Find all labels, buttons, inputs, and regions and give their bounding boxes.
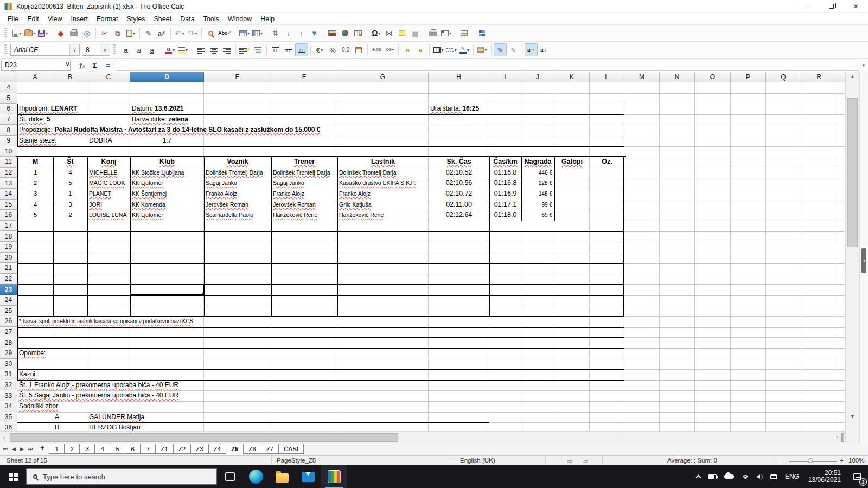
row-header-26[interactable]: 26 [0, 316, 17, 327]
row-header-13[interactable]: 13 [0, 178, 17, 189]
insert-row-icon[interactable]: ▾ [238, 27, 251, 40]
currency-icon[interactable]: €▾ [313, 43, 326, 56]
menu-view[interactable]: View [43, 14, 67, 24]
menu-file[interactable]: File [3, 14, 23, 24]
cell-I15[interactable]: 01:17.1 [489, 200, 521, 210]
restore-button[interactable] [819, 0, 844, 13]
column-header-P[interactable]: P [731, 72, 766, 82]
file-explorer-button[interactable] [269, 465, 295, 488]
pen-icon[interactable]: ✎ [494, 43, 507, 56]
cell-B16[interactable]: 2 [53, 210, 87, 221]
column-header-E[interactable]: E [204, 72, 271, 82]
select-all-corner[interactable] [0, 72, 17, 82]
merge-cells-icon[interactable] [251, 43, 264, 56]
menu-tools[interactable]: Tools [199, 14, 224, 24]
percent-icon[interactable]: % [326, 43, 339, 56]
cell-D11[interactable]: Klub [130, 157, 204, 168]
row-header-20[interactable]: 20 [0, 253, 17, 264]
pen-small-icon[interactable]: ✎ [507, 43, 520, 56]
cut-icon[interactable]: ✂ [98, 27, 111, 40]
insert-column-icon[interactable]: ▾ [251, 27, 264, 40]
column-header-R[interactable]: R [801, 72, 837, 82]
cell-F15[interactable]: Jerovšek Roman [273, 200, 337, 210]
row-header-7[interactable]: 7 [0, 114, 17, 125]
delete-decimal-icon[interactable]: .00− [383, 43, 396, 56]
row-header-24[interactable]: 24 [0, 295, 17, 306]
column-header-N[interactable]: N [660, 72, 695, 82]
cell-H13[interactable]: 02:10.56 [429, 178, 489, 189]
sheet-tab-6[interactable]: 6 [125, 444, 141, 454]
column-header-D[interactable]: D [130, 72, 204, 82]
align-left-icon[interactable] [194, 43, 207, 56]
font-color-icon[interactable]: a▾ [163, 43, 176, 56]
border-color-icon[interactable]: ✎▾ [458, 43, 471, 56]
previous-sheet-icon[interactable]: ◀ [10, 446, 18, 452]
cell-D12[interactable]: KK Stožice Ljubljana [132, 168, 203, 178]
trio-office-button[interactable] [321, 465, 347, 488]
start-button[interactable] [0, 465, 26, 488]
cell-B12[interactable]: 4 [53, 168, 87, 178]
cell-D7[interactable]: Barva dirke: zelena [132, 114, 188, 125]
text-direction-ttb-icon[interactable]: a⇓ [538, 43, 551, 56]
row-header-14[interactable]: 14 [0, 189, 17, 200]
cell-D15[interactable]: KK Komenda [132, 200, 203, 210]
taskbar-search[interactable]: Type here to search [26, 468, 217, 485]
cell-A33[interactable]: Št. 5 Sagaj Janko - prekomerna uporaba b… [19, 390, 178, 401]
row-header-8[interactable]: 8 [0, 125, 17, 136]
expand-formula-bar-icon[interactable]: ▼ [859, 60, 868, 71]
border-style-icon[interactable]: ▾ [445, 43, 458, 56]
minimize-button[interactable]: – [795, 0, 819, 13]
cell-A34[interactable]: Sodniški zbor [19, 401, 58, 412]
sort-ascending-icon[interactable]: ↓ [282, 27, 295, 40]
cell-A32[interactable]: Št. 1 Franko Alojz - prekomerna uporaba … [19, 380, 178, 391]
cell-C35[interactable]: GALUNDER Matija [89, 412, 144, 423]
column-header-M[interactable]: M [624, 72, 660, 82]
tray-expand-button[interactable] [693, 465, 704, 488]
sidebar-icon[interactable] [475, 27, 488, 40]
undo-icon[interactable]: ↶▾ [173, 27, 186, 40]
sheet-tab-7[interactable]: 7 [140, 444, 156, 454]
cell-A31[interactable]: Kazni: [19, 369, 37, 380]
sidebar-toggle-handle[interactable]: ◂ [861, 248, 866, 273]
cell-I16[interactable]: 01:18.0 [489, 210, 521, 221]
scroll-right-icon[interactable]: › [836, 434, 838, 440]
zoom-level[interactable]: 100% [848, 457, 864, 464]
cell-J16[interactable]: 69 € [521, 210, 552, 221]
row-header-34[interactable]: 34 [0, 401, 17, 412]
cell-A29[interactable]: Opombe: [19, 348, 46, 359]
menu-help[interactable]: Help [256, 14, 279, 24]
sheet-tab-Z2[interactable]: Z2 [173, 444, 191, 454]
selection-mode-icon[interactable]: ▭ [567, 457, 573, 465]
row-header-23[interactable]: 23 [0, 284, 17, 295]
cell-A6[interactable]: Hipodrom: LENART [19, 104, 77, 114]
battery-status[interactable] [704, 465, 720, 488]
onedrive-status[interactable] [720, 465, 738, 488]
autofilter-icon[interactable]: ▼ [308, 27, 321, 40]
cell-E11[interactable]: Voznik [204, 157, 271, 168]
close-button[interactable]: ✕ [844, 0, 868, 13]
date-format-icon[interactable] [352, 43, 365, 56]
italic-icon[interactable]: a [132, 43, 145, 56]
cell-F16[interactable]: Hanžekovič Rene [273, 210, 337, 221]
print-area-icon[interactable] [426, 27, 439, 40]
new-document-icon[interactable]: ▾ [10, 27, 23, 40]
print-icon[interactable] [67, 27, 80, 40]
redo-icon[interactable]: ↷▾ [186, 27, 199, 40]
cell-D14[interactable]: KK Šentjernej [132, 189, 203, 200]
sheet-tab-Z4[interactable]: Z4 [208, 444, 226, 454]
cell-F13[interactable]: Sagaj Janko [273, 178, 337, 189]
borders-icon[interactable]: ▾ [432, 43, 445, 56]
pivot-table-icon[interactable] [352, 27, 365, 40]
print-preview-icon[interactable]: ◎ [80, 27, 93, 40]
cell-C14[interactable]: PLANET [89, 189, 130, 200]
sheet-tab-Z5[interactable]: Z5 [226, 444, 244, 455]
cell-A26[interactable]: * barva, spol, poreklo in lastnik kasača… [19, 316, 193, 327]
column-header-J[interactable]: J [521, 72, 554, 82]
mail-button[interactable] [295, 465, 321, 488]
row-header-12[interactable]: 12 [0, 168, 17, 178]
cell-C16[interactable]: LOUISE LUNA [89, 210, 130, 221]
horizontal-scrollbar[interactable]: ‹ › [0, 431, 845, 444]
row-header-33[interactable]: 33 [0, 390, 17, 401]
cell-L11[interactable]: Oz. [590, 157, 624, 168]
sheet-tab-Z6[interactable]: Z6 [243, 444, 261, 454]
